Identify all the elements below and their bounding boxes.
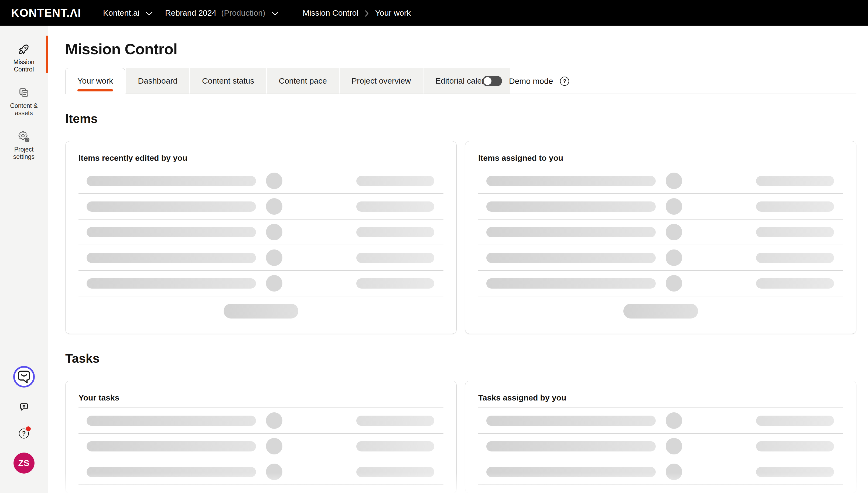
workspace-switcher[interactable]: Kontent.ai xyxy=(103,0,152,26)
skeleton-bar-short xyxy=(356,278,434,288)
skeleton-bar-long xyxy=(87,467,256,477)
card-title: Your tasks xyxy=(79,393,443,403)
sidebar-item-label: Mission Control xyxy=(9,59,39,73)
tab-content-pace[interactable]: Content pace xyxy=(267,68,339,93)
skeleton-button-pill xyxy=(623,304,698,319)
tab-your-work[interactable]: Your work xyxy=(65,68,125,93)
notification-dot xyxy=(26,426,31,431)
demo-mode-label: Demo mode xyxy=(509,77,553,86)
skeleton-row xyxy=(478,434,843,459)
skeleton-bar-short xyxy=(756,201,834,212)
breadcrumb-item-your-work[interactable]: Your work xyxy=(375,8,411,18)
skeleton-bar-long xyxy=(87,201,256,212)
sidebar-item-mission-control[interactable]: Mission Control xyxy=(0,37,48,80)
sidebar-item-project-settings[interactable]: Project settings xyxy=(0,124,48,167)
skeleton-row xyxy=(478,219,843,245)
skeleton-button-pill xyxy=(224,304,298,319)
feedback-button[interactable] xyxy=(19,402,29,412)
chat-heart-icon xyxy=(19,402,29,412)
skeleton-bar-long xyxy=(486,278,656,288)
tab-label: Your work xyxy=(78,76,113,85)
cards-grid: Your tasksTasks assigned by you xyxy=(65,381,856,493)
card-footer xyxy=(478,296,843,325)
skeleton-bar-long xyxy=(87,441,256,451)
sidebar-item-label: Project settings xyxy=(9,146,39,160)
workspace-name: Kontent.ai xyxy=(103,8,139,18)
skeleton-avatar-circle xyxy=(666,412,682,429)
skeleton-row xyxy=(478,408,843,434)
skeleton-bar-long xyxy=(486,467,656,477)
skeleton-bar-long xyxy=(87,253,256,263)
skeleton-avatar-circle xyxy=(266,224,282,240)
skeleton-row xyxy=(79,168,443,194)
section-title: Tasks xyxy=(65,351,856,366)
sidebar-item-label: Content & assets xyxy=(9,102,39,117)
skeleton-bar-short xyxy=(756,415,834,426)
skeleton-bar-long xyxy=(87,176,256,186)
tab-bar: Your workDashboardContent statusContent … xyxy=(65,68,856,94)
skeleton-avatar-circle xyxy=(266,173,282,189)
tab-content-status[interactable]: Content status xyxy=(190,68,266,93)
section-title: Items xyxy=(65,111,856,126)
top-bar: KONTENT.ΛI Kontent.ai Rebrand 2024 (Prod… xyxy=(0,0,868,26)
skeleton-avatar-circle xyxy=(266,438,282,454)
skeleton-row xyxy=(79,434,443,459)
documents-icon xyxy=(18,87,30,99)
skeleton-bar-short xyxy=(356,201,434,212)
tab-project-overview[interactable]: Project overview xyxy=(340,68,423,93)
skeleton-row xyxy=(478,168,843,194)
environment-name: Rebrand 2024 xyxy=(165,8,216,18)
chevron-down-icon xyxy=(146,12,152,16)
sidebar-nav: Mission ControlContent & assetsProject s… xyxy=(0,26,48,167)
tab-label: Content status xyxy=(202,76,254,85)
chat-smile-icon xyxy=(15,368,33,386)
skeleton-avatar-circle xyxy=(666,250,682,266)
skeleton-bar-long xyxy=(87,227,256,237)
tab-label: Dashboard xyxy=(138,76,177,85)
card-title: Tasks assigned by you xyxy=(478,393,843,403)
skeleton-row xyxy=(79,245,443,271)
sidebar-item-content-assets[interactable]: Content & assets xyxy=(0,80,48,123)
demo-mode-toggle[interactable] xyxy=(482,76,502,86)
card-title: Items recently edited by you xyxy=(79,153,443,163)
environment-switcher[interactable]: Rebrand 2024 (Production) xyxy=(165,0,278,26)
page-title: Mission Control xyxy=(65,40,856,58)
question-mark-icon: ? xyxy=(22,430,26,437)
active-item-indicator xyxy=(46,36,48,73)
skeleton-avatar-circle xyxy=(666,198,682,215)
breadcrumb-item-mission-control[interactable]: Mission Control xyxy=(303,8,359,18)
skeleton-row xyxy=(79,408,443,434)
tab-dashboard[interactable]: Dashboard xyxy=(126,68,189,93)
sidebar-footer: ? ZS xyxy=(0,366,48,493)
user-avatar[interactable]: ZS xyxy=(14,453,35,474)
chevron-right-icon xyxy=(365,10,369,17)
kontent-logo[interactable]: KONTENT.ΛI xyxy=(11,0,81,26)
skeleton-bar-short xyxy=(356,253,434,263)
skeleton-row xyxy=(478,194,843,219)
card-items-assigned-to-you: Items assigned to you xyxy=(465,141,856,334)
skeleton-bar-short xyxy=(356,467,434,477)
skeleton-bar-short xyxy=(756,253,834,263)
rocket-icon xyxy=(18,43,30,56)
skeleton-row xyxy=(79,459,443,485)
tabs: Your workDashboardContent statusContent … xyxy=(65,68,511,93)
tab-label: Content pace xyxy=(279,76,327,85)
skeleton-bar-short xyxy=(356,441,434,451)
skeleton-row xyxy=(79,194,443,219)
demo-mode-help-icon[interactable]: ? xyxy=(560,77,569,86)
sidebar: Mission ControlContent & assetsProject s… xyxy=(0,26,48,493)
main-content: Mission Control Your workDashboardConten… xyxy=(48,26,868,493)
skeleton-row xyxy=(478,459,843,485)
card-items-recently-edited-by-you: Items recently edited by you xyxy=(65,141,457,334)
skeleton-avatar-circle xyxy=(666,275,682,292)
skeleton-bar-long xyxy=(486,415,656,426)
skeleton-row xyxy=(478,245,843,271)
skeleton-avatar-circle xyxy=(266,412,282,429)
skeleton-bar-short xyxy=(756,467,834,477)
chevron-down-icon xyxy=(272,12,278,16)
help-button[interactable]: ? xyxy=(19,429,29,438)
messenger-button[interactable] xyxy=(13,366,35,388)
skeleton-row xyxy=(79,271,443,296)
skeleton-bar-long xyxy=(87,278,256,288)
card-your-tasks: Your tasks xyxy=(65,381,457,493)
